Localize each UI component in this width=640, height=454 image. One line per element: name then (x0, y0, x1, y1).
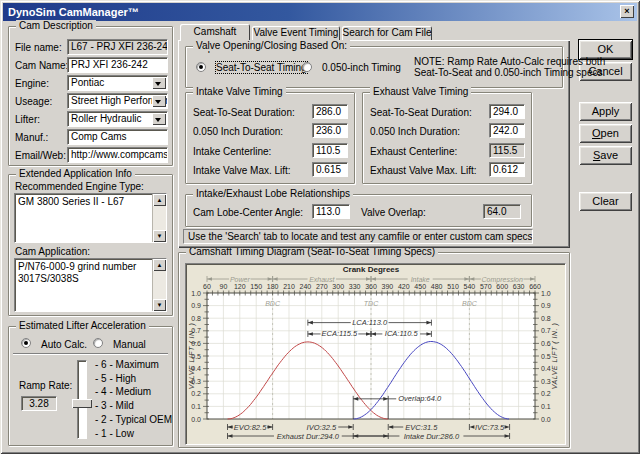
svg-text:0.0: 0.0 (541, 416, 551, 423)
svg-text:0.2: 0.2 (541, 390, 551, 397)
lobe-center-input[interactable]: 113.0 (312, 204, 350, 219)
svg-text:Overlap:64.0: Overlap:64.0 (398, 394, 442, 403)
lobe-relationships-legend: Intake/Exhaust Lobe Relationships (193, 188, 353, 199)
engine-type-textarea[interactable]: GM 3800 Series II - L67 ▲ ▼ (14, 193, 167, 243)
intake-centerline-input[interactable]: 110.5 (312, 143, 348, 158)
inch-timing-label: 0.050-inch Timing (322, 62, 401, 73)
engine-value: Pontiac (71, 77, 104, 88)
scroll-down-icon[interactable]: ▼ (153, 230, 166, 242)
exhaust-timing-group: Exhaust Valve Timing Seat-To-Seat Durati… (362, 92, 532, 184)
svg-text:IVO:32.5: IVO:32.5 (307, 423, 337, 432)
apply-button[interactable]: Apply (579, 102, 632, 121)
chevron-down-icon[interactable] (152, 77, 166, 89)
svg-text:240: 240 (300, 283, 312, 290)
svg-text:0.8: 0.8 (191, 315, 201, 322)
file-name-label: File name: (15, 42, 62, 53)
svg-text:0.8: 0.8 (541, 315, 551, 322)
intake-maxlift-input[interactable]: 0.615 (312, 162, 348, 177)
svg-text:420: 420 (398, 283, 410, 290)
valve-basis-legend: Valve Opening/Closing Based On: (193, 40, 350, 51)
email-web-input[interactable]: http://www.compcams.com (67, 147, 168, 163)
useage-select[interactable]: Street High Performance (67, 93, 168, 109)
svg-text:180: 180 (267, 283, 279, 290)
cam-application-text: P/N76-000-9 grind number 3017S/3038S (15, 259, 152, 311)
save-button[interactable]: Save (579, 146, 632, 165)
svg-text:0.0: 0.0 (191, 416, 201, 423)
useage-label: Useage: (15, 96, 52, 107)
inch-timing-radio[interactable] (302, 62, 312, 72)
cam-application-label: Cam Application: (15, 246, 90, 257)
title-bar[interactable]: DynoSim CamManager™ × (3, 3, 637, 21)
camshaft-timing-chart: 0.00.00.10.10.20.20.30.30.40.40.50.50.60… (186, 264, 565, 446)
svg-text:660: 660 (529, 283, 541, 290)
svg-text:0.2: 0.2 (191, 390, 201, 397)
scrollbar[interactable]: ▲ ▼ (152, 194, 166, 242)
chevron-down-icon[interactable] (152, 95, 166, 107)
lobe-relationships-group: Intake/Exhaust Lobe Relationships Cam Lo… (185, 194, 532, 227)
intake-timing-group: Intake Valve Timing Seat-To-Seat Duratio… (185, 92, 355, 184)
slider-thumb[interactable] (72, 399, 92, 408)
tab-valve-event-timing[interactable]: Valve Event Timing (252, 26, 340, 40)
svg-text:0.9: 0.9 (541, 302, 551, 309)
lifter-select[interactable]: Roller Hydraulic (67, 111, 168, 127)
scroll-up-icon[interactable]: ▲ (153, 259, 166, 271)
svg-text:Compression: Compression (482, 276, 523, 284)
exhaust-050-input[interactable]: 242.0 (489, 123, 525, 138)
svg-text:90: 90 (220, 283, 228, 290)
cam-description-group: Cam Description File name: L67 - PRJ XFI… (8, 26, 173, 166)
svg-text:0.3: 0.3 (541, 378, 551, 385)
exhaust-maxlift-input[interactable]: 0.612 (489, 162, 525, 177)
ramp-rate-value: 3.28 (21, 396, 57, 411)
exhaust-s2s-input[interactable]: 294.0 (489, 104, 525, 119)
svg-text:Intake: Intake (411, 276, 430, 283)
cam-application-textarea[interactable]: P/N76-000-9 grind number 3017S/3038S ▲ ▼ (14, 258, 167, 312)
chevron-down-icon[interactable] (152, 113, 166, 125)
engine-select[interactable]: Pontiac (67, 75, 168, 91)
scroll-up-icon[interactable]: ▲ (153, 194, 166, 206)
svg-text:0.7: 0.7 (541, 327, 551, 334)
divider (13, 353, 168, 355)
svg-text:630: 630 (513, 283, 525, 290)
seat-to-seat-radio[interactable] (196, 62, 206, 72)
svg-text:120: 120 (234, 283, 246, 290)
scroll-down-icon[interactable]: ▼ (153, 299, 166, 311)
auto-calc-radio[interactable] (21, 338, 31, 348)
lifter-value: Roller Hydraulic (71, 113, 142, 124)
scrollbar[interactable]: ▲ ▼ (152, 259, 166, 311)
exhaust-centerline-label: Exhaust Centerline: (370, 146, 457, 157)
extended-info-group: Extended Application Info Recommended En… (8, 174, 173, 316)
extended-info-legend: Extended Application Info (16, 168, 135, 179)
email-web-label: Email/Web: (15, 150, 66, 161)
clear-button[interactable]: Clear (579, 192, 632, 211)
status-text: Use the 'Search' tab to locate and test … (183, 229, 533, 244)
svg-text:0.1: 0.1 (541, 403, 551, 410)
tab-camshaft-specs[interactable]: Camshaft Specs (180, 24, 250, 41)
svg-text:BDC: BDC (462, 300, 478, 307)
intake-s2s-input[interactable]: 286.0 (312, 104, 348, 119)
note-line1: NOTE: Ramp Rate Auto-Calc requires both (414, 56, 605, 67)
intake-timing-legend: Intake Valve Timing (193, 86, 286, 97)
svg-text:300: 300 (332, 283, 344, 290)
svg-text:0.1: 0.1 (191, 403, 201, 410)
valve-basis-group: Valve Opening/Closing Based On: Seat-To-… (185, 46, 563, 88)
exhaust-maxlift-label: Exhaust Valve Max. Lift: (370, 165, 477, 176)
tab-search-for-cam-file[interactable]: Search for Cam File (342, 26, 432, 40)
intake-050-input[interactable]: 236.0 (312, 123, 348, 138)
svg-text:BDC: BDC (265, 300, 281, 307)
seat-to-seat-label[interactable]: Seat-To-Seat Timing (216, 62, 307, 73)
svg-text:1.0: 1.0 (191, 290, 201, 297)
svg-text:VALVE LIFT ( IN. ): VALVE LIFT ( IN. ) (551, 323, 559, 390)
svg-text:150: 150 (250, 283, 262, 290)
engine-label: Engine: (15, 78, 49, 89)
timing-diagram-group: Camshaft Timing Diagram (Seat-To-Seat Ti… (178, 252, 570, 448)
cam-name-input[interactable]: PRJ XFI 236-242 (67, 57, 168, 73)
close-icon[interactable]: × (620, 5, 634, 18)
manual-radio[interactable] (93, 338, 103, 348)
open-button[interactable]: Open (579, 124, 632, 143)
exhaust-050-label: 0.050 Inch Duration: (370, 126, 460, 137)
exhaust-s2s-label: Seat-To-Seat Duration: (370, 107, 472, 118)
svg-text:EVC:31.5: EVC:31.5 (405, 423, 438, 432)
valve-overlap-value: 64.0 (483, 204, 521, 219)
manuf-input[interactable]: Comp Cams (67, 129, 168, 145)
scale-label-5: - 5 - High (95, 373, 136, 384)
